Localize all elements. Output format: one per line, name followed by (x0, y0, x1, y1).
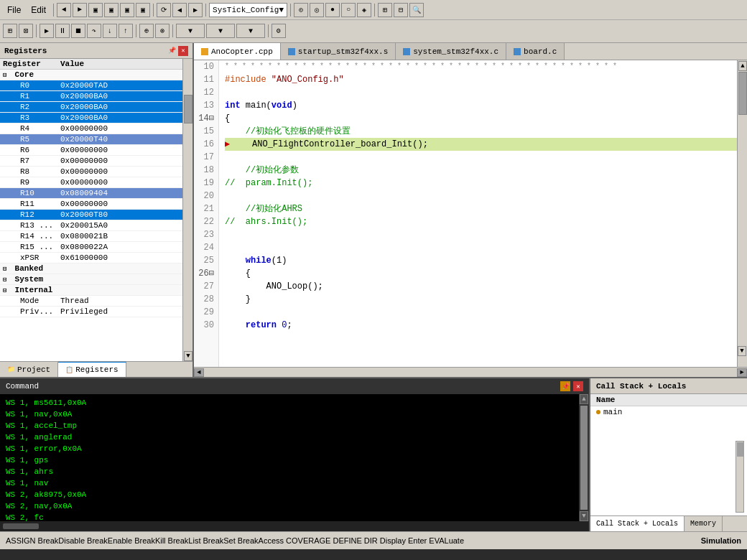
sep5 (374, 4, 375, 17)
ln-26[interactable]: 26⊟ (194, 267, 218, 280)
tb-r2-7[interactable]: ↓ (103, 24, 117, 38)
tb-btn-13[interactable]: ○ (341, 3, 356, 17)
menu-edit[interactable]: Edit (27, 5, 50, 15)
tb-r2-drop2[interactable]: ▼ (206, 24, 235, 38)
menu-file[interactable]: File (3, 5, 25, 15)
tb-r2-6[interactable]: ↷ (87, 24, 101, 38)
close-icon[interactable]: ✕ (178, 46, 188, 56)
ln-14[interactable]: 14⊟ (194, 112, 218, 125)
callstack-row-main: main (590, 406, 747, 418)
reg-row-r0[interactable]: R0 0x20000TAD (0, 80, 182, 91)
tb-btn-15[interactable]: ⊞ (378, 3, 392, 17)
pin-icon[interactable]: 📌 (167, 46, 177, 56)
reg-row-r3[interactable]: R3 0x20000BA0 (0, 113, 182, 123)
scroll-down-btn[interactable]: ▼ (738, 346, 746, 356)
callstack-title: Call Stack + Locals (596, 382, 686, 391)
tb-btn-6[interactable]: ▣ (136, 3, 150, 17)
command-hscrollbar[interactable] (0, 521, 589, 531)
tb-btn-17[interactable]: 🔍 (409, 3, 424, 17)
tb-btn-16[interactable]: ⊟ (394, 3, 408, 17)
reg-row-r14[interactable]: R14 ... 0x0800021B (0, 231, 182, 242)
reg-row-r10[interactable]: R10 0x08009404 (0, 188, 182, 199)
reg-row-r13[interactable]: R13 ... 0x200015A0 (0, 220, 182, 231)
reg-col-register: Register (3, 60, 60, 68)
tb-btn-4[interactable]: ▣ (104, 3, 119, 17)
registers-scrollbar[interactable]: ▼ (182, 59, 192, 361)
reg-row-r2[interactable]: R2 0x20000BA0 (0, 102, 182, 113)
scroll-down-arrow[interactable]: ▼ (184, 351, 192, 361)
scroll-up-btn[interactable]: ▲ (738, 61, 747, 71)
tb-r2-10[interactable]: ⊗ (155, 24, 170, 38)
ln-16: 16 (194, 138, 218, 151)
command-panel: Command 📌 ✕ WS 1, ms5611,0x0A WS 1, nav,… (0, 378, 589, 531)
tb-btn-7[interactable]: ⟳ (157, 3, 171, 17)
scroll-left-btn[interactable]: ◄ (194, 368, 204, 377)
tb-r2-drop3[interactable]: ▼ (236, 24, 265, 38)
tb-btn-3[interactable]: ▣ (88, 3, 103, 17)
tb-btn-9[interactable]: ▶ (188, 3, 203, 17)
tb-r2-11[interactable]: ⚙ (272, 24, 286, 38)
tb-btn-11[interactable]: ◎ (310, 3, 324, 17)
tab-registers[interactable]: 📋 Registers (58, 362, 126, 377)
tb-btn-1[interactable]: ◄ (57, 3, 71, 17)
code-line-12 (225, 86, 737, 99)
reg-col-value: Value (60, 60, 180, 68)
code-line-10: * * * * * * * * * * * * * * * * * * * * … (225, 60, 737, 73)
scroll-right-btn[interactable]: ► (737, 368, 747, 377)
callstack-tab-main[interactable]: Call Stack + Locals (590, 516, 685, 531)
command-close-icon[interactable]: ✕ (573, 381, 583, 391)
reg-row-priv: Priv... Privileged (0, 307, 182, 317)
tb-r2-5[interactable]: ⏹ (71, 24, 85, 38)
tab-anocopter-cpp[interactable]: AnoCopter.cpp (194, 43, 281, 60)
tb-btn-12[interactable]: ● (325, 3, 340, 17)
reg-row-r11[interactable]: R11 0x00000000 (0, 199, 182, 210)
tb-btn-14[interactable]: ◈ (357, 3, 371, 17)
tab-icon-blue2 (403, 48, 410, 55)
ln-17: 17 (194, 151, 218, 164)
tb-r2-4[interactable]: ⏸ (55, 24, 70, 38)
registers-title: Registers (4, 47, 47, 55)
code-vscrollbar[interactable]: ▲ ▼ (737, 60, 747, 367)
reg-row-r6[interactable]: R6 0x00000000 (0, 145, 182, 156)
cmd-line-2: WS 1, nav,0x0A (6, 409, 573, 420)
cmd-scroll-down[interactable]: ▼ (580, 511, 588, 521)
tb-btn-2[interactable]: ► (73, 3, 87, 17)
panel-footer-tabs: 📁 Project 📋 Registers (0, 361, 192, 377)
code-line-14: { (225, 112, 737, 125)
tb-r2-9[interactable]: ⊕ (139, 24, 154, 38)
ln-13: 13 (194, 99, 218, 112)
code-line-20 (225, 190, 737, 202)
code-line-22: // ahrs.Init(); (225, 215, 737, 228)
tb-r2-2[interactable]: ⊠ (19, 24, 33, 38)
tb-r2-1[interactable]: ⊞ (3, 24, 17, 38)
reg-row-r15[interactable]: R15 ... 0x0800022A (0, 242, 182, 253)
tb-btn-10[interactable]: ⊙ (294, 3, 308, 17)
reg-row-r4[interactable]: R4 0x00000000 (0, 123, 182, 134)
code-line-28: } (225, 293, 737, 306)
cmd-scroll-up[interactable]: ▲ (580, 394, 588, 404)
command-vscrollbar[interactable]: ▲ ▼ (579, 394, 589, 521)
sep8 (172, 24, 173, 37)
tab-startup-s[interactable]: startup_stm32f4xx.s (281, 43, 396, 60)
tab-project[interactable]: 📁 Project (0, 362, 58, 377)
tab-system-c[interactable]: system_stm32f4xx.c (396, 43, 506, 60)
reg-row-r12[interactable]: R12 0x20000T80 (0, 210, 182, 220)
callstack-scroll-area[interactable] (736, 441, 744, 513)
tb-r2-drop1[interactable]: ▼ (176, 24, 205, 38)
reg-row-r9[interactable]: R9 0x00000000 (0, 177, 182, 188)
config-dropdown[interactable]: SysTick_Config ▼ (209, 3, 287, 17)
tb-btn-8[interactable]: ◀ (172, 3, 187, 17)
reg-row-r8[interactable]: R8 0x00000000 (0, 167, 182, 177)
code-line-11: #include "ANO_Config.h" (225, 73, 737, 86)
reg-row-r1[interactable]: R1 0x20000BA0 (0, 91, 182, 102)
tab-board-c[interactable]: board.c (506, 43, 565, 60)
command-pin-icon[interactable]: 📌 (560, 381, 570, 391)
reg-row-r7[interactable]: R7 0x00000000 (0, 156, 182, 167)
tb-btn-5[interactable]: ▣ (120, 3, 134, 17)
reg-row-r5[interactable]: R5 0x20000T40 (0, 134, 182, 145)
tb-r2-8[interactable]: ↑ (119, 24, 133, 38)
code-hscrollbar[interactable]: ◄ ► (194, 367, 747, 377)
tb-r2-3[interactable]: ▶ (40, 24, 54, 38)
reg-row-xpsr[interactable]: xPSR 0x61000000 (0, 253, 182, 263)
callstack-tab-memory[interactable]: Memory (685, 516, 723, 531)
